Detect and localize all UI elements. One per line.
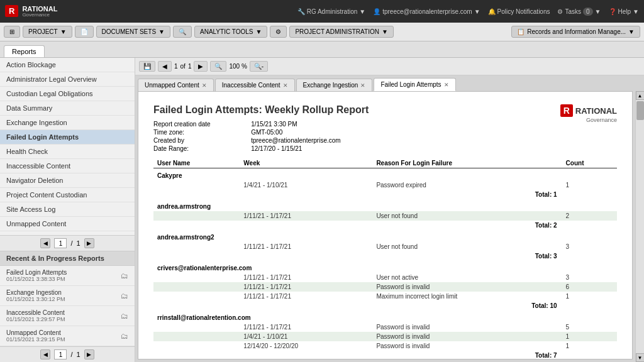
policy-notifications-btn[interactable]: 🔔 Policy Notifications <box>488 8 550 15</box>
doc-prev-page-btn[interactable]: ◀ <box>158 61 172 72</box>
folder-icon: 🗂 <box>121 272 128 280</box>
apps-btn[interactable]: ⊞ <box>4 26 20 38</box>
report-content: Failed Login Attempts: Weekly Rollup Rep… <box>138 92 632 359</box>
sidebar-item-site-access-log[interactable]: Site Access Log <box>0 202 135 217</box>
sidebar-item-project-content-custodian[interactable]: Project Content Custodian <box>0 188 135 202</box>
analytic-btn[interactable]: ANALYTIC TOOLS ▼ <box>194 26 267 38</box>
doc-next-page-btn[interactable]: ▶ <box>194 61 208 72</box>
sidebar-item-action-blockage[interactable]: Action Blockage <box>0 58 135 72</box>
tab-unmapped-content[interactable]: Unmapped Content ✕ <box>138 79 214 91</box>
recent-page-input[interactable] <box>54 349 67 359</box>
table-row: andrea.armstrong2 <box>153 230 617 242</box>
createdby-label: Created by <box>153 137 238 144</box>
new-doc-btn[interactable]: 📄 <box>75 26 94 38</box>
sidebar-item-exchange-ingestion[interactable]: Exchange Ingestion <box>0 116 135 130</box>
tasks-btn[interactable]: ⚙ Tasks 0 ▼ <box>557 8 601 16</box>
tab-exchange-ingestion[interactable]: Exchange Ingestion ✕ <box>296 79 373 91</box>
top-nav-right: 🔧 RG Administration ▼ 👤 tpreece@rational… <box>297 8 639 16</box>
rational-logo-brand: R RATIONAL <box>560 104 617 117</box>
table-row: Total: 1 <box>153 190 617 199</box>
sidebar-page-input[interactable] <box>54 238 67 248</box>
recent-next-btn[interactable]: ▶ <box>84 349 94 359</box>
doc-zoom-out-btn[interactable]: 🔍- <box>250 61 268 72</box>
table-row: Total: 2 <box>153 221 617 230</box>
folder-icon: 🗂 <box>121 312 128 321</box>
table-row: Cakypre <box>153 168 617 181</box>
sidebar-page-total: 1 <box>76 239 80 247</box>
recent-report-unmapped-content[interactable]: Unmapped Content 01/15/2021 3:29:15 PM 🗂 <box>0 326 135 346</box>
sidebar-item-data-summary[interactable]: Data Summary <box>0 101 135 116</box>
createdby-value: tpreece@rationalenterprise.com <box>251 137 369 144</box>
doc-page-current: 1 <box>174 63 178 70</box>
report-title: Failed Login Attempts: Weekly Rollup Rep… <box>153 104 369 116</box>
logo: R RATIONAL Governance <box>5 5 57 18</box>
sidebar-item-custodian-legal[interactable]: Custodian Legal Obligations <box>0 87 135 101</box>
recent-report-inaccessible-content[interactable]: Inaccessible Content 01/15/2021 3:29:57 … <box>0 306 135 326</box>
report-scroll-container: Failed Login Attempts: Weekly Rollup Rep… <box>135 91 644 362</box>
report-header: Failed Login Attempts: Weekly Rollup Rep… <box>153 104 617 152</box>
project-admin-btn[interactable]: PROJECT ADMINISTRATION ▼ <box>289 26 393 38</box>
main-toolbar: ⊞ PROJECT ▼ 📄 DOCUMENT SETS ▼ 🔍 ANALYTIC… <box>0 23 644 41</box>
close-failed-login-tab[interactable]: ✕ <box>444 82 449 88</box>
table-row: 1/11/21 - 1/17/21 User not found 2 <box>153 211 617 221</box>
close-unmapped-tab[interactable]: ✕ <box>202 82 207 89</box>
daterange-label: Date Range: <box>153 145 238 152</box>
col-week: Week <box>240 158 372 168</box>
sidebar-pagination: ◀ / 1 ▶ <box>0 235 135 251</box>
project-btn[interactable]: PROJECT ▼ <box>23 26 72 38</box>
timezone-label: Time zone: <box>153 129 238 136</box>
sidebar: Action Blockage Administrator Legal Over… <box>0 58 135 362</box>
table-header-row: User Name Week Reason For Login Failure … <box>153 158 617 168</box>
recent-report-exchange-ingestion[interactable]: Exchange Ingestion 01/15/2021 3:30:12 PM… <box>0 286 135 306</box>
table-row: andrea.armstrong <box>153 199 617 211</box>
tab-inaccessible-content[interactable]: Inaccessible Content ✕ <box>215 79 295 91</box>
search-btn[interactable]: 🔍 <box>173 26 192 38</box>
project-admin-label: PROJECT ADMINISTRATION <box>295 28 379 35</box>
logo-brand-box: R <box>5 5 18 17</box>
logo-text: RATIONAL Governance <box>22 5 57 18</box>
recent-prev-btn[interactable]: ◀ <box>40 349 50 359</box>
col-count: Count <box>562 158 617 168</box>
docsets-btn[interactable]: DOCUMENT SETS ▼ <box>96 26 170 38</box>
table-row: Total: 10 <box>153 301 617 310</box>
doc-save-btn[interactable]: 💾 <box>139 61 155 72</box>
settings-btn[interactable]: ⚙ <box>270 26 287 38</box>
records-label: Records and Information Manage... <box>527 28 626 35</box>
table-row: 1/4/21 - 1/10/21 Password is invalid 1 <box>153 332 617 341</box>
table-row: Total: 7 <box>153 351 617 359</box>
rg-admin-btn[interactable]: 🔧 RG Administration ▼ <box>297 8 366 15</box>
timezone-value: GMT-05:00 <box>251 129 369 136</box>
rational-logo-sub: Governance <box>560 117 617 123</box>
report-wrapper: Failed Login Attempts: Weekly Rollup Rep… <box>138 91 633 359</box>
sidebar-item-failed-login[interactable]: Failed Login Attempts <box>0 130 135 145</box>
report-meta-grid: Report creation date 1/15/21 3:30 PM Tim… <box>153 121 369 152</box>
sidebar-prev-btn[interactable]: ◀ <box>40 238 50 248</box>
user-menu-btn[interactable]: 👤 tpreece@rationalenterprise.com ▼ <box>373 8 480 15</box>
records-btn[interactable]: 📋 Records and Information Manage... ▼ <box>511 26 640 38</box>
close-exchange-tab[interactable]: ✕ <box>360 82 365 89</box>
scroll-down-btn[interactable]: ▼ <box>636 353 645 362</box>
close-inaccessible-tab[interactable]: ✕ <box>283 82 288 89</box>
tab-failed-login[interactable]: Failed Login Attempts ✕ <box>374 78 455 91</box>
table-row: 12/14/20 - 12/20/20 Password is invalid … <box>153 341 617 351</box>
reports-tab[interactable]: Reports <box>4 45 45 57</box>
recent-report-failed-login[interactable]: Failed Login Attempts 01/15/2021 3:38:33… <box>0 266 135 286</box>
doc-page-sep: of <box>180 63 186 70</box>
table-row: crivers@rationalenterprise.com <box>153 261 617 273</box>
sidebar-item-health-check[interactable]: Health Check <box>0 145 135 159</box>
doc-zoom-level: 100 % <box>229 63 247 70</box>
sidebar-next-btn[interactable]: ▶ <box>84 238 94 248</box>
scroll-up-btn[interactable]: ▲ <box>636 91 645 100</box>
help-btn[interactable]: ❓ Help ▼ <box>609 8 639 15</box>
scroll-thumb[interactable] <box>636 101 644 120</box>
sidebar-item-navigator-deletion[interactable]: Navigator Deletion <box>0 173 135 188</box>
sidebar-item-admin-legal[interactable]: Administrator Legal Overview <box>0 72 135 87</box>
table-row: 1/11/21 - 1/17/21 User not found 3 <box>153 242 617 251</box>
analytic-label: ANALYTIC TOOLS <box>200 28 253 35</box>
sidebar-item-inaccessible-content[interactable]: Inaccessible Content <box>0 159 135 173</box>
sidebar-item-unmapped-content[interactable]: Unmapped Content <box>0 217 135 231</box>
doc-search-btn[interactable]: 🔍 <box>210 61 226 72</box>
logo-r: R <box>9 6 14 16</box>
sidebar-bottom-pagination: ◀ / 1 ▶ <box>0 346 135 362</box>
folder-icon: 🗂 <box>121 292 128 300</box>
